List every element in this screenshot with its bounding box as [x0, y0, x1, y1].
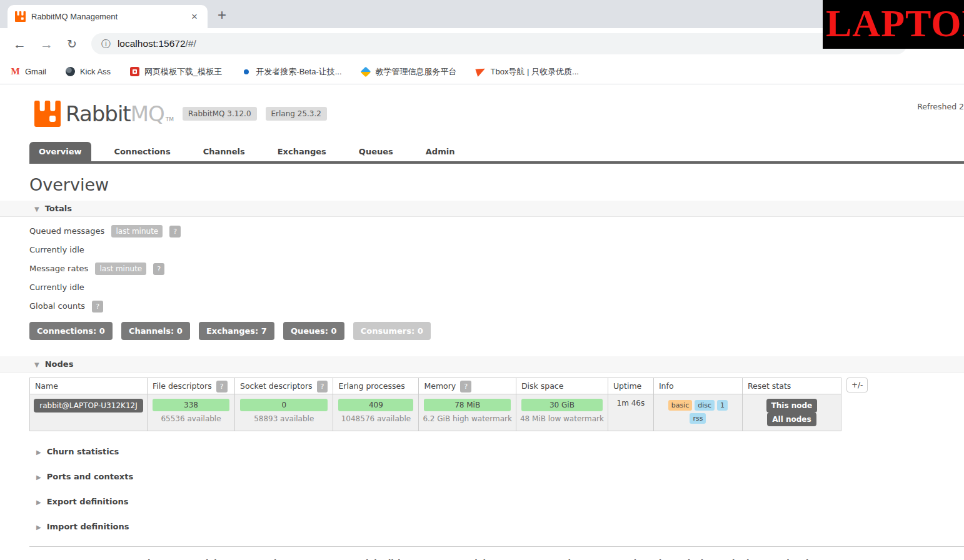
channels-count-button[interactable]: Channels: 0: [121, 322, 190, 340]
browser-tab-bar: RabbitMQ Management × +: [0, 0, 964, 28]
rabbitmq-logo-icon: [34, 101, 61, 127]
reload-icon[interactable]: ↻: [67, 38, 77, 50]
col-erlang-processes: Erlang processes: [333, 378, 419, 394]
global-count-buttons: Connections: 0 Channels: 0 Exchanges: 7 …: [29, 322, 964, 340]
bookmark-mobanwang[interactable]: 网页模板下载_模板王: [129, 66, 222, 78]
queues-count-button[interactable]: Queues: 0: [283, 322, 344, 340]
url-host: localhost:15672: [118, 38, 186, 49]
bookmark-tbox[interactable]: Tbox导航 | 只收录优质...: [476, 66, 579, 78]
reset-stats-cell: This nodeAll nodes: [742, 394, 841, 431]
info-tag-basic: basic: [668, 400, 693, 411]
erlang-processes-cell: 409 1048576 available: [333, 394, 419, 431]
nodes-header-row: Name File descriptors? Socket descriptor…: [30, 378, 841, 394]
page-info-icon[interactable]: ⓘ: [101, 38, 111, 50]
rabbitmq-page: Refreshed 2 RabbitMQ TM RabbitMQ 3.12.0 …: [0, 84, 964, 560]
sd-available: 58893 available: [239, 414, 329, 423]
logo-wordmark-rabbit: Rabbit: [66, 101, 131, 126]
tab-close-icon[interactable]: ×: [189, 11, 200, 23]
template-site-icon: [129, 66, 140, 77]
rabbitmq-version-badge: RabbitMQ 3.12.0: [183, 107, 256, 121]
export-definitions-section[interactable]: ▶Export definitions: [36, 497, 964, 506]
fd-value: 338: [153, 399, 229, 411]
uptime-cell: 1m 46s: [608, 394, 653, 431]
file-descriptors-cell: 338 65536 available: [148, 394, 235, 431]
cube-icon: [361, 66, 371, 77]
totals-section-header[interactable]: ▼Totals: [0, 201, 964, 217]
churn-statistics-section[interactable]: ▶Churn statistics: [36, 447, 964, 456]
consumers-count-button[interactable]: Consumers: 0: [353, 322, 431, 340]
tab-queues[interactable]: Queues: [349, 142, 403, 161]
node-row: rabbit@LAPTOP-U312K12J 338 65536 availab…: [30, 394, 841, 431]
queued-messages-row: Queued messages last minute ?: [29, 226, 964, 236]
connections-count-button[interactable]: Connections: 0: [29, 322, 113, 340]
col-uptime: Uptime: [608, 378, 653, 394]
tab-overview[interactable]: Overview: [29, 142, 91, 161]
refreshed-timestamp: Refreshed 2: [917, 102, 964, 111]
watermark-text: LAPTOP: [823, 0, 964, 46]
node-name-badge[interactable]: rabbit@LAPTOP-U312K12J: [34, 399, 143, 412]
col-help-icon[interactable]: ?: [216, 381, 228, 392]
reset-all-nodes-button[interactable]: All nodes: [767, 412, 816, 426]
tab-exchanges[interactable]: Exchanges: [268, 142, 336, 161]
disk-value: 30 GiB: [521, 399, 603, 411]
import-definitions-section[interactable]: ▶Import definitions: [36, 522, 964, 531]
node-name-cell: rabbit@LAPTOP-U312K12J: [30, 394, 148, 431]
bookmark-kickass[interactable]: Kick Ass: [65, 66, 111, 77]
gmail-icon: M: [10, 66, 21, 77]
new-tab-button[interactable]: +: [218, 8, 226, 22]
info-tag-1: 1: [717, 400, 728, 411]
back-icon[interactable]: ←: [13, 38, 26, 51]
bookmark-devsearch[interactable]: 开发者搜索-Beta-让技...: [241, 66, 341, 78]
column-selector-button[interactable]: +/-: [846, 378, 868, 392]
watermark-overlay: LAPTOP: [823, 0, 964, 49]
rabbitmq-logo[interactable]: RabbitMQ TM RabbitMQ 3.12.0 Erlang 25.3.…: [0, 84, 964, 127]
col-disk-space: Disk space: [516, 378, 608, 394]
col-help-icon[interactable]: ?: [460, 381, 471, 392]
collapse-closed-icon: ▶: [36, 449, 41, 456]
col-help-icon[interactable]: ?: [317, 381, 328, 392]
tab-admin[interactable]: Admin: [416, 142, 464, 161]
socket-descriptors-cell: 0 58893 available: [235, 394, 333, 431]
tab-connections[interactable]: Connections: [105, 142, 180, 161]
page-footer: HTTP API Documentation Tutorials New rel…: [29, 546, 964, 560]
disk-space-cell: 30 GiB 48 MiB low watermark: [516, 394, 608, 431]
address-bar[interactable]: ⓘ localhost:15672/#/: [91, 33, 907, 54]
queued-range-selector[interactable]: last minute: [111, 225, 163, 238]
url-path: /#/: [186, 38, 196, 49]
global-counts-label: Global counts: [29, 301, 85, 311]
bookmark-gmail[interactable]: M Gmail: [10, 66, 46, 77]
queued-messages-label: Queued messages: [29, 226, 104, 236]
collapse-closed-icon: ▶: [36, 474, 41, 481]
nodes-table-area: Name File descriptors? Socket descriptor…: [29, 378, 964, 431]
erlang-version-badge: Erlang 25.3.2: [266, 107, 327, 121]
rates-help-icon[interactable]: ?: [153, 263, 164, 275]
collapse-open-icon: ▼: [34, 206, 39, 212]
col-reset-stats: Reset stats: [742, 378, 841, 394]
info-tag-disc: disc: [695, 400, 715, 411]
queued-help-icon[interactable]: ?: [169, 226, 181, 238]
logo-trademark: TM: [166, 116, 174, 122]
exchanges-count-button[interactable]: Exchanges: 7: [199, 322, 274, 340]
global-counts-row: Global counts ?: [29, 301, 964, 311]
forward-icon[interactable]: →: [40, 38, 53, 51]
tab-channels[interactable]: Channels: [194, 142, 254, 161]
proc-available: 1048576 available: [337, 414, 414, 423]
memory-watermark: 6.2 GiB high watermark: [423, 414, 511, 423]
col-memory: Memory?: [419, 378, 516, 394]
collapse-closed-icon: ▶: [36, 524, 41, 531]
ports-contexts-section[interactable]: ▶Ports and contexts: [36, 472, 964, 481]
disk-watermark: 48 MiB low watermark: [520, 414, 604, 423]
global-counts-help-icon[interactable]: ?: [92, 301, 103, 312]
col-info: Info: [653, 378, 742, 394]
logo-wordmark-mq: MQ: [131, 101, 164, 126]
reset-this-node-button[interactable]: This node: [766, 399, 818, 412]
main-nav-tabs: Overview Connections Channels Exchanges …: [29, 142, 964, 164]
nodes-section-header[interactable]: ▼Nodes: [0, 356, 964, 372]
info-tag-rss: rss: [690, 413, 706, 424]
message-rates-label: Message rates: [29, 264, 88, 273]
bookmark-teaching-platform[interactable]: 教学管理信息服务平台: [361, 66, 457, 78]
rates-range-selector[interactable]: last minute: [95, 262, 146, 275]
sd-value: 0: [240, 399, 328, 411]
browser-tab[interactable]: RabbitMQ Management ×: [8, 5, 208, 28]
globe-icon: [65, 66, 76, 77]
